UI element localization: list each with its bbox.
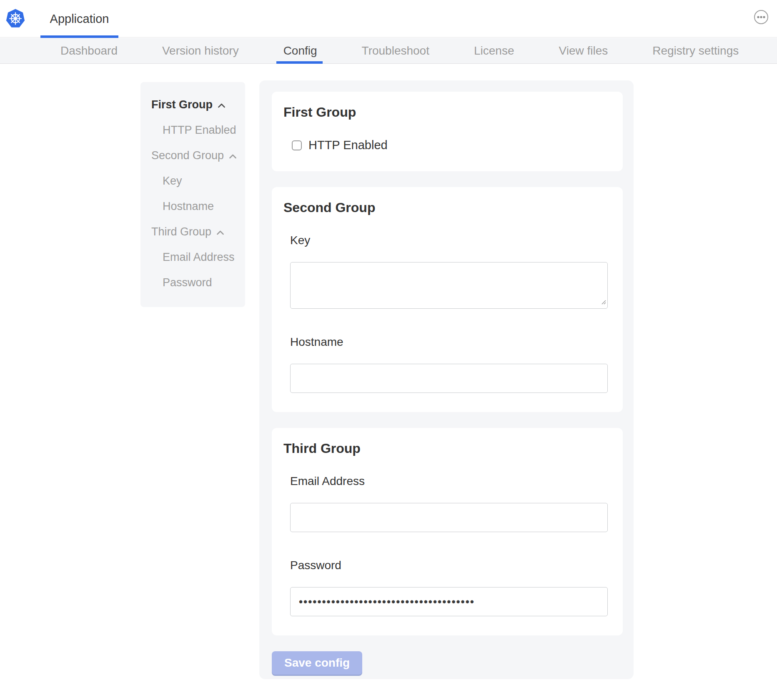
sidebar-item-hostname[interactable]: Hostname	[140, 194, 245, 219]
chevron-up-icon	[216, 230, 224, 235]
ellipsis-menu-icon	[754, 10, 769, 26]
chevron-up-icon	[229, 154, 237, 159]
tab-view-files[interactable]: View files	[559, 38, 608, 63]
sidebar-item-http-enabled[interactable]: HTTP Enabled	[140, 118, 245, 143]
tab-license[interactable]: License	[474, 38, 514, 63]
tab-troubleshoot[interactable]: Troubleshoot	[362, 38, 429, 63]
password-field: Password	[290, 559, 608, 616]
http-enabled-checkbox[interactable]	[292, 140, 302, 150]
key-field: Key	[290, 234, 608, 309]
password-label: Password	[290, 559, 608, 572]
save-config-button[interactable]: Save config	[272, 651, 362, 675]
chevron-up-icon	[218, 103, 226, 108]
sidebar-item-label: Email Address	[163, 251, 235, 264]
sidebar-item-password[interactable]: Password	[140, 270, 245, 295]
sidebar-item-second-group[interactable]: Second Group	[140, 143, 245, 168]
config-card-second-group: Second Group Key Hostname	[272, 187, 623, 412]
key-textarea[interactable]	[290, 262, 608, 309]
resize-handle-icon[interactable]	[600, 298, 606, 306]
sidebar-item-label: Key	[163, 175, 182, 188]
group-title: Second Group	[283, 200, 608, 215]
group-title: Third Group	[283, 440, 608, 456]
app-title: Application	[50, 12, 109, 26]
sidebar-item-label: HTTP Enabled	[163, 124, 236, 137]
sidebar-item-first-group[interactable]: First Group	[140, 92, 245, 118]
config-form-panel: First Group HTTP Enabled Second Group Ke…	[259, 80, 634, 679]
app-title-tab[interactable]: Application	[40, 0, 118, 38]
http-enabled-label: HTTP Enabled	[308, 138, 388, 152]
http-enabled-row[interactable]: HTTP Enabled	[292, 138, 608, 152]
group-title: First Group	[283, 104, 608, 120]
sidebar-item-label: Password	[163, 276, 212, 289]
sidebar-item-third-group[interactable]: Third Group	[140, 219, 245, 245]
config-group-sidebar: First Group HTTP Enabled Second Group Ke…	[140, 82, 245, 307]
email-address-label: Email Address	[290, 475, 608, 488]
tab-version-history[interactable]: Version history	[162, 38, 239, 63]
sidebar-item-label: Hostname	[163, 200, 214, 213]
hostname-input[interactable]	[290, 364, 608, 393]
nav-tabbar: Dashboard Version history Config Trouble…	[0, 38, 777, 64]
sidebar-item-label: First Group	[151, 98, 213, 111]
config-card-first-group: First Group HTTP Enabled	[272, 92, 623, 171]
key-label: Key	[290, 234, 608, 247]
kubernetes-logo-icon	[5, 9, 25, 28]
sidebar-item-label: Third Group	[151, 225, 211, 238]
password-input[interactable]	[290, 587, 608, 616]
config-card-third-group: Third Group Email Address Password	[272, 428, 623, 635]
tab-config[interactable]: Config	[283, 38, 317, 63]
sidebar-item-key[interactable]: Key	[140, 168, 245, 194]
overflow-menu-button[interactable]	[753, 9, 769, 26]
tab-dashboard[interactable]: Dashboard	[60, 38, 118, 63]
app-header: Application	[0, 0, 777, 38]
sidebar-item-label: Second Group	[151, 149, 224, 162]
email-address-input[interactable]	[290, 503, 608, 532]
hostname-label: Hostname	[290, 335, 608, 349]
config-page: First Group HTTP Enabled Second Group Ke…	[0, 64, 777, 700]
sidebar-item-email-address[interactable]: Email Address	[140, 245, 245, 270]
email-address-field: Email Address	[290, 475, 608, 532]
tab-registry-settings[interactable]: Registry settings	[652, 38, 739, 63]
hostname-field: Hostname	[290, 335, 608, 393]
